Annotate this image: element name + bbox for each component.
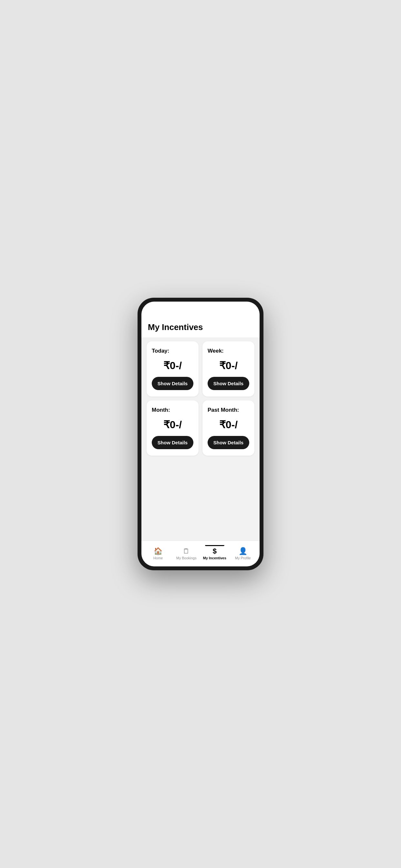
bottom-nav: 🏠 Home 🗒 My Bookings $ My Incentives 👤 M…: [142, 540, 259, 566]
week-label: Week:: [208, 348, 224, 354]
cards-grid: Today: ₹0-/ Show Details Week: ₹0-/ Show…: [147, 337, 254, 460]
nav-item-home[interactable]: 🏠 Home: [144, 545, 173, 562]
nav-label-my-profile: My Profile: [235, 556, 251, 560]
nav-item-my-incentives[interactable]: $ My Incentives: [201, 545, 229, 562]
incentives-icon: $: [213, 548, 217, 555]
month-show-details-button[interactable]: Show Details: [152, 436, 193, 449]
cards-container: Today: ₹0-/ Show Details Week: ₹0-/ Show…: [142, 337, 259, 540]
page-header: My Incentives: [142, 316, 259, 337]
today-amount: ₹0-/: [152, 357, 193, 374]
bookings-icon: 🗒: [183, 548, 190, 555]
nav-item-my-bookings[interactable]: 🗒 My Bookings: [173, 545, 201, 562]
today-card: Today: ₹0-/ Show Details: [147, 341, 198, 397]
past-month-amount: ₹0-/: [208, 416, 249, 433]
nav-label-my-bookings: My Bookings: [176, 556, 197, 560]
nav-item-my-profile[interactable]: 👤 My Profile: [229, 545, 257, 562]
week-card: Week: ₹0-/ Show Details: [203, 341, 254, 397]
status-bar: [142, 302, 259, 316]
past-month-card: Past Month: ₹0-/ Show Details: [203, 400, 254, 456]
month-label: Month:: [152, 407, 170, 413]
past-month-label: Past Month:: [208, 407, 239, 413]
week-amount: ₹0-/: [208, 357, 249, 374]
phone-screen: My Incentives Today: ₹0-/ Show Details W…: [142, 302, 259, 566]
phone-frame: My Incentives Today: ₹0-/ Show Details W…: [137, 298, 264, 570]
empty-space: [147, 460, 254, 535]
home-icon: 🏠: [154, 548, 162, 555]
page-title: My Incentives: [148, 322, 253, 332]
today-show-details-button[interactable]: Show Details: [152, 377, 193, 390]
month-amount: ₹0-/: [152, 416, 193, 433]
month-card: Month: ₹0-/ Show Details: [147, 400, 198, 456]
past-month-show-details-button[interactable]: Show Details: [208, 436, 249, 449]
profile-icon: 👤: [239, 548, 247, 555]
today-label: Today:: [152, 348, 169, 354]
nav-label-home: Home: [153, 556, 163, 560]
nav-label-my-incentives: My Incentives: [203, 556, 226, 560]
week-show-details-button[interactable]: Show Details: [208, 377, 249, 390]
content-area: My Incentives Today: ₹0-/ Show Details W…: [142, 316, 259, 540]
